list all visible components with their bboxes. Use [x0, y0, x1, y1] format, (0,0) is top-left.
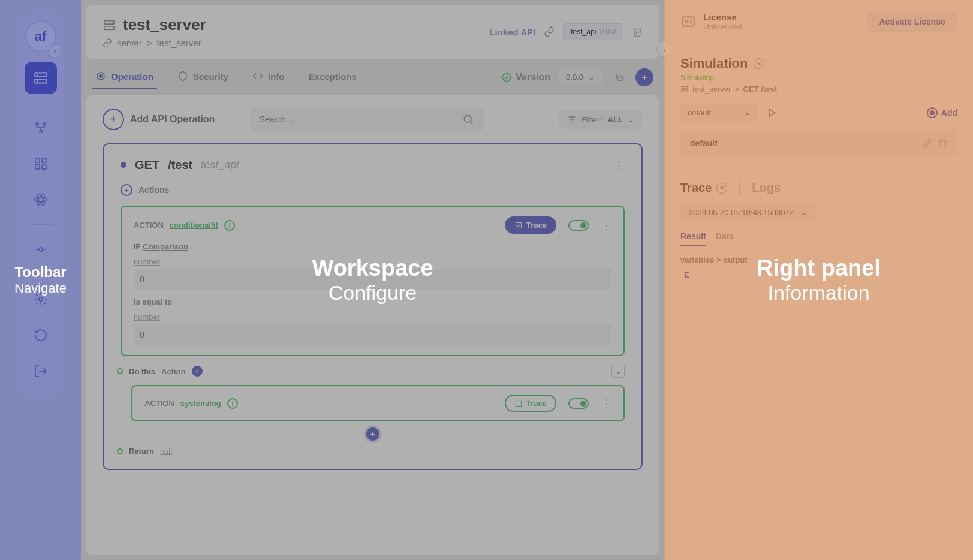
edit-button[interactable] [923, 139, 932, 148]
delete-button[interactable] [632, 26, 643, 37]
filter-icon [567, 115, 577, 124]
tabs-row: Operation Security Info Exceptions Versi… [86, 65, 659, 89]
tab-operation[interactable]: Operation [92, 65, 157, 89]
action-label: ACTION [144, 399, 174, 408]
right-panel: › License Unlicensed Activate License Si… [664, 0, 973, 560]
trace-icon [514, 399, 523, 408]
field-type-link[interactable]: number [134, 312, 611, 321]
action-type-link[interactable]: conditional/if [170, 221, 218, 230]
toolbar-item-server[interactable] [25, 62, 57, 94]
gear-icon [34, 292, 48, 306]
delete-button[interactable] [938, 139, 948, 148]
toolbar-item-logout[interactable] [25, 355, 57, 387]
add-sub-action-button[interactable]: + [192, 366, 203, 377]
timestamp-dropdown[interactable]: 2023-05-20 05:10:43.159307Z ⌄ [680, 203, 815, 222]
insert-action-button[interactable]: + [366, 427, 379, 441]
svg-marker-40 [770, 109, 775, 116]
logs-tab[interactable]: Logs [752, 181, 781, 195]
svg-point-14 [39, 248, 43, 251]
add-simulation-button[interactable]: Add [927, 107, 957, 118]
divider [739, 182, 740, 195]
return-value-link[interactable]: null [160, 447, 172, 456]
do-this-label: Do this [129, 367, 155, 376]
toolbar-item-atom[interactable] [25, 183, 57, 216]
copy-button[interactable] [610, 68, 628, 86]
svg-point-11 [35, 197, 47, 202]
code-icon [252, 71, 263, 82]
linked-api-label: Linked API [489, 27, 535, 37]
simulation-dropdown[interactable]: default ⌄ [680, 103, 758, 122]
pencil-icon [923, 139, 932, 148]
tab-label: Exceptions [309, 71, 357, 82]
svg-rect-9 [35, 165, 40, 169]
search-box[interactable] [250, 107, 484, 131]
info-icon[interactable]: i [227, 398, 238, 409]
version-dropdown[interactable]: 0.0.0 ⌄ [558, 69, 603, 85]
comparison-field-2[interactable] [134, 324, 611, 345]
operation-menu-button[interactable]: ⋮ [613, 158, 625, 172]
action-toggle[interactable] [568, 398, 589, 409]
history-icon [34, 328, 48, 342]
collapse-panel-button[interactable]: › [656, 41, 673, 58]
add-operation-button[interactable]: + Add API Operation [103, 109, 215, 130]
add-button[interactable] [635, 68, 653, 86]
page-title: test_server [123, 16, 206, 34]
action-type-link[interactable]: system/log [180, 399, 221, 408]
toolbar-item-commit[interactable] [25, 233, 57, 266]
plus-circle-icon: + [103, 109, 124, 130]
activate-license-button[interactable]: Activate License [867, 11, 958, 32]
close-simulation-button[interactable]: ✕ [754, 58, 764, 69]
action-log: ACTION system/log i Trace ⋮ [131, 385, 625, 421]
tab-label: Info [268, 71, 285, 82]
toolbar-item-modules[interactable] [25, 147, 57, 180]
expand-toolbar-button[interactable]: › [48, 44, 62, 58]
svg-rect-33 [516, 401, 521, 406]
trace-button[interactable]: Trace [505, 395, 556, 412]
tab-security[interactable]: Security [174, 65, 232, 89]
toolbar-item-history[interactable] [25, 319, 57, 351]
filter-dropdown[interactable]: Filter : ALL ⌄ [559, 110, 643, 129]
content-card: + Add API Operation Filter : ALL ⌄ GE [86, 95, 659, 555]
run-simulation-button[interactable] [766, 107, 778, 119]
result-tab[interactable]: Result [680, 231, 706, 246]
simulation-item[interactable]: default [680, 130, 957, 156]
tab-exceptions[interactable]: Exceptions [305, 65, 360, 89]
data-tab[interactable]: Data [716, 231, 734, 246]
action-conditional: ACTION conditional/if i Trace ⋮ IF Compa… [121, 206, 625, 356]
trace-icon [514, 221, 523, 230]
action-toggle[interactable] [568, 220, 589, 231]
trace-section: Trace ✕ Logs 2023-05-20 05:10:43.159307Z… [665, 169, 973, 291]
api-badge[interactable]: test_api 0.0.0 [563, 23, 623, 40]
action-menu-button[interactable]: ⋮ [601, 397, 611, 410]
svg-rect-8 [42, 158, 46, 162]
close-trace-button[interactable]: ✕ [716, 183, 727, 194]
trace-tab[interactable]: Trace ✕ [680, 181, 727, 195]
breadcrumb-root[interactable]: server [117, 38, 142, 48]
logo-text: af [35, 29, 47, 44]
comparison-link[interactable]: Comparison [143, 242, 188, 251]
toolbar-item-settings[interactable] [25, 283, 57, 315]
comparison-field-1[interactable] [134, 269, 611, 290]
app-logo[interactable]: af › [25, 21, 56, 52]
license-icon [680, 14, 696, 29]
toolbar-item-branches[interactable] [25, 112, 57, 144]
tab-info[interactable]: Info [249, 65, 288, 89]
collapse-button[interactable]: ⌄ [611, 365, 625, 378]
action-link[interactable]: Action [161, 367, 185, 376]
return-label: Return [129, 447, 154, 456]
toolbar: af › [17, 12, 64, 396]
operation-api: test_api [201, 159, 239, 171]
field-type-link[interactable]: number [134, 257, 611, 266]
divider [29, 224, 53, 225]
copy-icon [614, 73, 624, 82]
action-menu-button[interactable]: ⋮ [601, 219, 611, 232]
trace-button[interactable]: Trace [505, 216, 556, 234]
actions-label: Actions [138, 185, 169, 195]
add-action-button[interactable]: + [121, 184, 132, 196]
collapse-indicator[interactable]: E [684, 270, 957, 279]
simulation-breadcrumb: test_server > GET /test [680, 85, 957, 94]
version-value: 0.0.0 [566, 73, 583, 82]
search-input[interactable] [260, 115, 462, 124]
info-icon[interactable]: i [224, 220, 235, 231]
if-label: IF [134, 242, 141, 251]
